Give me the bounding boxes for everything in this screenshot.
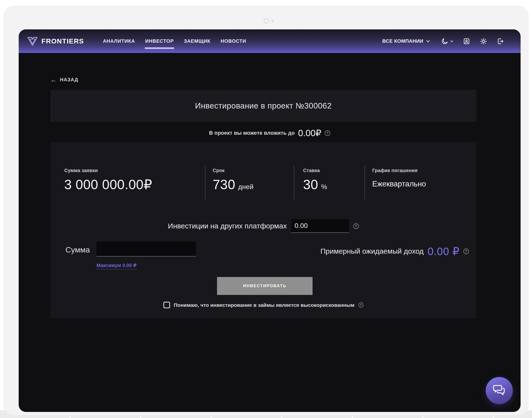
device-frame: FRONTIERS АНАЛИТИКА ИНВЕСТОР ЗАЕМЩИК НОВ…	[3, 6, 529, 416]
help-icon[interactable]	[325, 130, 330, 136]
stat-label: Сумма заявки	[64, 168, 152, 173]
invest-limit-amount: 0.00₽	[298, 128, 321, 138]
company-selector[interactable]: ВСЕ КОМПАНИИ	[382, 38, 430, 44]
stat-divider	[205, 165, 205, 199]
stat-value: Ежеквартально	[372, 180, 426, 188]
support-chat-button[interactable]	[486, 377, 513, 404]
help-icon[interactable]	[463, 249, 469, 254]
camera-dot-large	[264, 18, 269, 23]
settings-button[interactable]	[480, 38, 487, 45]
theme-toggle[interactable]	[441, 38, 453, 45]
expected-income-label: Примерный ожидаемый доход	[321, 247, 424, 255]
risk-checkbox[interactable]	[163, 302, 170, 308]
other-platforms-label: Инвестиции на других платформах	[168, 222, 287, 230]
stat-value: 30	[303, 177, 318, 192]
stat-rate: Ставка 30 %	[303, 168, 327, 192]
app-window: FRONTIERS АНАЛИТИКА ИНВЕСТОР ЗАЕМЩИК НОВ…	[19, 29, 521, 412]
main-nav: АНАЛИТИКА ИНВЕСТОР ЗАЕМЩИК НОВОСТИ	[103, 29, 246, 53]
amount-input[interactable]	[97, 242, 196, 256]
profile-card-icon	[463, 38, 470, 45]
back-link-label: НАЗАД	[60, 77, 78, 82]
nav-item-analytics[interactable]: АНАЛИТИКА	[103, 29, 135, 53]
stat-schedule: График погашения Ежеквартально	[372, 168, 426, 188]
stat-term: Срок 730 дней	[213, 168, 253, 192]
stat-label: Срок	[213, 168, 253, 173]
amount-label: Сумма	[66, 245, 90, 254]
camera-dot-small	[271, 20, 274, 22]
chat-icon	[492, 383, 507, 398]
stat-value: 3 000 000.00₽	[64, 177, 152, 192]
nav-item-borrower[interactable]: ЗАЕМЩИК	[184, 29, 211, 53]
stat-value: 730	[213, 177, 235, 192]
stat-divider	[365, 165, 365, 199]
other-platforms-row: Инвестиции на других платформах	[50, 219, 476, 233]
risk-checkbox-label: Понимаю, что инвестирование в займы явля…	[174, 302, 355, 308]
moon-icon	[441, 38, 448, 45]
nav-item-news[interactable]: НОВОСТИ	[221, 29, 246, 53]
invest-limit-line: В проект вы можете вложить до 0.00₽	[19, 127, 521, 139]
stat-label: График погашения	[372, 168, 426, 173]
expected-income-row: Примерный ожидаемый доход 0.00 ₽	[321, 244, 469, 258]
screenshot-root: FRONTIERS АНАЛИТИКА ИНВЕСТОР ЗАЕМЩИК НОВ…	[0, 0, 532, 418]
brand-name: FRONTIERS	[42, 37, 84, 45]
investment-form-panel: Сумма заявки 3 000 000.00₽ Срок 730 дней…	[50, 142, 476, 318]
other-platforms-input[interactable]	[291, 219, 349, 233]
risk-acknowledgement-row: Понимаю, что инвестирование в займы явля…	[50, 302, 476, 308]
brand[interactable]: FRONTIERS	[27, 36, 84, 46]
invest-button[interactable]: ИНВЕСТИРОВАТЬ	[217, 277, 312, 295]
logout-icon	[497, 38, 504, 45]
stat-loan-amount: Сумма заявки 3 000 000.00₽	[64, 168, 152, 192]
logout-button[interactable]	[497, 38, 504, 45]
profile-button[interactable]	[463, 38, 470, 45]
help-icon[interactable]	[353, 223, 359, 229]
nav-item-investor[interactable]: ИНВЕСТОР	[145, 29, 174, 53]
topbar-actions: ВСЕ КОМПАНИИ	[382, 38, 504, 45]
top-navigation-bar: FRONTIERS АНАЛИТИКА ИНВЕСТОР ЗАЕМЩИК НОВ…	[19, 29, 521, 53]
stat-unit: дней	[238, 183, 253, 191]
stat-label: Ставка	[303, 168, 327, 173]
expected-income-value: 0.00 ₽	[428, 245, 459, 257]
chevron-down-icon	[426, 40, 430, 43]
company-selector-label: ВСЕ КОМПАНИИ	[382, 38, 423, 44]
gear-icon	[480, 38, 487, 45]
back-link[interactable]: ← НАЗАД	[50, 77, 78, 82]
chevron-down-icon	[450, 40, 453, 42]
brand-logo-icon	[27, 36, 38, 46]
help-icon[interactable]	[358, 302, 364, 308]
invest-limit-text: В проект вы можете вложить до	[209, 130, 295, 136]
amount-max-link[interactable]: Максимум 0.00 ₽	[97, 262, 136, 269]
back-arrow-icon: ←	[50, 77, 57, 82]
page-title: Инвестирование в проект №300062	[195, 101, 332, 110]
project-title-panel: Инвестирование в проект №300062	[50, 90, 476, 122]
stat-divider	[294, 165, 294, 199]
stat-unit: %	[321, 183, 327, 191]
